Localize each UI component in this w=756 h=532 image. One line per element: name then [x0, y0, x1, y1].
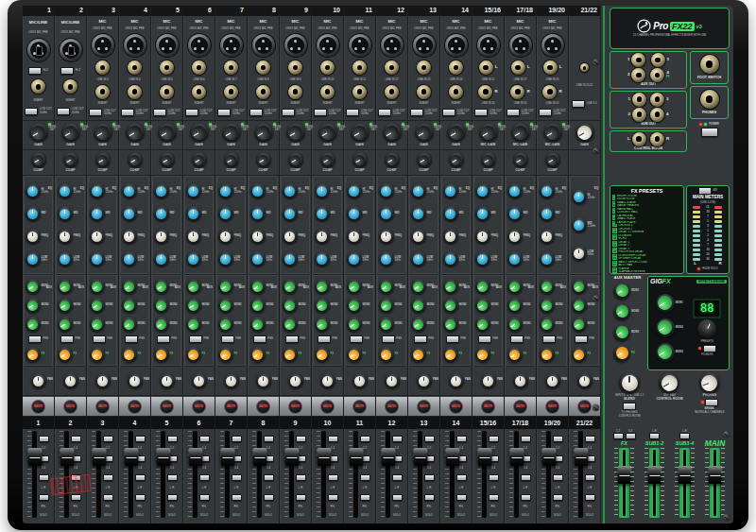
comp-knob[interactable]: [128, 152, 143, 167]
assign-1-2-switch[interactable]: [103, 436, 113, 442]
assign-1-2-switch[interactable]: [135, 436, 146, 442]
eq-mid-knob[interactable]: [154, 206, 169, 221]
sub_out-jack[interactable]: [632, 93, 646, 107]
assign-lr-switch[interactable]: [296, 474, 306, 481]
fx-send-knob[interactable]: [315, 347, 330, 362]
solo-switch[interactable]: [264, 494, 274, 501]
pre-post-switch[interactable]: [125, 335, 138, 343]
gain-knob[interactable]: [190, 123, 209, 142]
pan-knob[interactable]: [224, 373, 239, 388]
mute-button[interactable]: MUTE: [192, 400, 206, 414]
assign-lr-switch[interactable]: [424, 474, 435, 481]
eq-hi-knob[interactable]: [540, 183, 555, 198]
lowcut-switch[interactable]: [57, 108, 70, 115]
assign-1-2-switch[interactable]: [585, 436, 595, 442]
line-in-right-jack[interactable]: [542, 85, 557, 99]
mon3-knob[interactable]: [347, 317, 362, 332]
pan-knob[interactable]: [449, 373, 464, 388]
master-assign-switch[interactable]: [613, 433, 624, 439]
eq-mid-knob[interactable]: [443, 206, 458, 221]
sub_out-jack[interactable]: [650, 93, 664, 107]
line-in-right-jack[interactable]: [510, 85, 524, 99]
combo-mic-line-jack[interactable]: [27, 39, 50, 61]
gain-knob[interactable]: [447, 123, 466, 142]
gain-knob[interactable]: [318, 123, 337, 142]
line-in-left-jack[interactable]: [479, 60, 493, 75]
fader-cap[interactable]: [381, 448, 395, 466]
channel-fader[interactable]: [32, 431, 37, 518]
aux-master-knob-4[interactable]: [613, 345, 630, 362]
eq-mid-knob[interactable]: [379, 206, 394, 221]
mute-button[interactable]: MUTE: [224, 400, 238, 414]
pan-knob[interactable]: [352, 373, 368, 388]
mon2-knob[interactable]: [218, 298, 233, 313]
assign-lr-switch[interactable]: [360, 474, 370, 481]
combo-mic-line-jack[interactable]: [60, 39, 82, 61]
mic-jack[interactable]: [317, 34, 339, 57]
pre-post-switch[interactable]: [60, 335, 74, 343]
channel-fader[interactable]: [225, 431, 230, 518]
blend-knob[interactable]: [619, 372, 640, 393]
assign-1-2-switch[interactable]: [71, 436, 81, 442]
eq-hi-knob[interactable]: [186, 183, 201, 198]
gain-knob[interactable]: [576, 123, 594, 142]
mon3-knob[interactable]: [507, 317, 523, 332]
solo-switch[interactable]: [553, 494, 563, 501]
fader-cap[interactable]: [445, 448, 459, 466]
pre-post-switch[interactable]: [285, 335, 299, 343]
eq-low-knob[interactable]: [411, 251, 426, 266]
eq-hi-knob[interactable]: [315, 183, 330, 198]
eq-mid-knob[interactable]: [26, 206, 41, 221]
mon2-knob[interactable]: [315, 298, 330, 313]
pan-knob[interactable]: [577, 373, 593, 388]
mute-button[interactable]: MUTE: [352, 400, 367, 414]
mic-jack[interactable]: [413, 34, 436, 57]
comp-knob[interactable]: [31, 152, 46, 167]
to-phones-control-room-switch[interactable]: [623, 403, 636, 410]
fader-cap[interactable]: [617, 466, 631, 484]
aux_out-jack[interactable]: [631, 53, 645, 67]
fx-send-knob[interactable]: [218, 347, 233, 362]
eq-hi-knob[interactable]: [26, 183, 41, 198]
solo-switch[interactable]: [328, 494, 338, 501]
comp-knob[interactable]: [256, 152, 271, 167]
line-in-jack[interactable]: [160, 60, 174, 75]
eq-hi-knob[interactable]: [411, 183, 426, 198]
aux_out-jack[interactable]: [651, 53, 665, 67]
foot-switch-jack[interactable]: [700, 55, 719, 74]
aux-master-knob-2[interactable]: [613, 303, 630, 320]
pre-post-switch[interactable]: [157, 335, 170, 343]
mon3-knob[interactable]: [283, 317, 298, 332]
line-in-jack[interactable]: [128, 60, 142, 75]
mon2-knob[interactable]: [572, 298, 587, 313]
solo-switch[interactable]: [489, 494, 499, 501]
eq-mid-knob[interactable]: [540, 206, 555, 221]
insert-jack[interactable]: [352, 85, 367, 99]
channel-fader[interactable]: [514, 431, 519, 518]
lowcut-switch[interactable]: [89, 109, 102, 116]
aux_out-jack[interactable]: [650, 68, 664, 82]
eq-freq-knob[interactable]: [250, 229, 266, 244]
eq-hi-knob[interactable]: [90, 183, 105, 198]
fader-cap[interactable]: [220, 448, 234, 466]
eq-low-knob[interactable]: [154, 251, 169, 266]
fx-send-knob[interactable]: [283, 347, 298, 362]
mute-button[interactable]: MUTE: [256, 400, 270, 414]
eq-low-knob[interactable]: [507, 251, 523, 266]
fx-send-knob[interactable]: [411, 347, 426, 362]
mon3-knob[interactable]: [58, 317, 73, 332]
comp-knob[interactable]: [481, 152, 496, 167]
eq-hi-knob[interactable]: [572, 189, 587, 204]
eq-mid-knob[interactable]: [218, 206, 233, 221]
insert-jack[interactable]: [320, 85, 335, 99]
gain-knob[interactable]: [286, 123, 305, 142]
mon2-knob[interactable]: [186, 298, 201, 313]
line-in-left-jack[interactable]: [543, 60, 558, 75]
line-in-jack[interactable]: [417, 60, 431, 75]
assign-lr-switch[interactable]: [135, 474, 146, 481]
channel-fader[interactable]: [546, 431, 551, 518]
solo-switch[interactable]: [103, 494, 113, 501]
mon1-knob[interactable]: [26, 279, 41, 294]
gain-knob[interactable]: [126, 123, 145, 142]
fx-send-knob[interactable]: [26, 347, 41, 362]
